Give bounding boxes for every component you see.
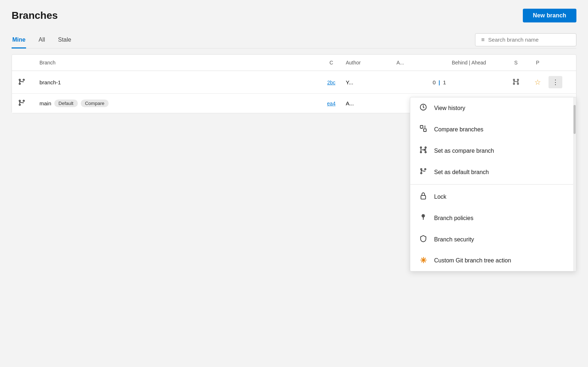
more-button-1[interactable]: ⋮ — [549, 76, 562, 88]
branch-security-icon — [419, 235, 428, 244]
context-menu: View history Compare branches — [410, 97, 576, 271]
svg-point-20 — [425, 147, 427, 148]
svg-point-19 — [420, 147, 422, 148]
search-box: ≡ — [475, 33, 576, 46]
tab-stale[interactable]: Stale — [57, 33, 72, 48]
col-a: A... — [396, 60, 433, 66]
filter-icon: ≡ — [481, 37, 484, 43]
menu-item-set-default[interactable]: Set as default branch — [410, 161, 576, 183]
scrollbar-thumb — [574, 105, 576, 134]
branch-name-1: branch-1 — [39, 79, 317, 85]
branch-icon-1 — [18, 78, 39, 87]
branch-name-2: main Default Compare — [39, 100, 317, 107]
menu-item-view-history[interactable]: View history — [410, 97, 576, 119]
col-p: P — [527, 60, 549, 66]
scrollbar[interactable] — [573, 97, 576, 271]
svg-point-28 — [421, 173, 422, 174]
col-behindahead: Behind | Ahead — [433, 60, 505, 66]
table-header: Branch C Author A... Behind | Ahead S P — [12, 55, 576, 71]
svg-point-12 — [19, 104, 21, 106]
menu-label-custom-action: Custom Git branch tree action — [434, 257, 511, 264]
page-title: Branches — [12, 10, 58, 21]
svg-rect-16 — [424, 129, 426, 131]
tabs-row: Mine All Stale ≡ — [12, 33, 576, 48]
svg-point-1 — [23, 79, 25, 80]
svg-point-6 — [513, 83, 515, 84]
compare-1 — [505, 78, 527, 87]
view-history-icon — [419, 103, 428, 113]
svg-point-5 — [517, 79, 519, 80]
custom-action-icon: ✳ — [419, 256, 428, 265]
menu-label-view-history: View history — [434, 105, 465, 111]
search-input[interactable] — [488, 37, 568, 43]
compare-branches-icon — [419, 125, 428, 134]
svg-point-0 — [19, 79, 21, 80]
col-s: S — [505, 60, 527, 66]
svg-point-21 — [420, 152, 422, 153]
compare-tag: Compare — [81, 100, 109, 107]
commit-1: 2bc — [317, 79, 346, 85]
menu-label-branch-security: Branch security — [434, 236, 474, 243]
new-branch-button[interactable]: New branch — [523, 9, 576, 22]
menu-item-branch-policies[interactable]: Branch policies — [410, 207, 576, 229]
col-actions — [549, 60, 570, 66]
tab-all[interactable]: All — [38, 33, 46, 48]
page-header: Branches New branch — [12, 9, 576, 22]
menu-item-branch-security[interactable]: Branch security — [410, 229, 576, 250]
author-2: A... — [346, 100, 396, 106]
svg-point-27 — [425, 169, 426, 170]
col-icon — [18, 60, 39, 66]
col-branch: Branch — [39, 60, 317, 66]
branch-icon-2 — [18, 99, 39, 108]
set-default-icon — [419, 167, 428, 177]
menu-label-set-default: Set as default branch — [434, 169, 489, 176]
tab-mine[interactable]: Mine — [12, 33, 26, 48]
svg-point-32 — [423, 215, 424, 216]
svg-point-26 — [421, 169, 422, 170]
svg-point-11 — [23, 100, 25, 102]
ahead-behind-1: 0 | 1 — [433, 79, 505, 85]
menu-item-custom-action[interactable]: ✳ Custom Git branch tree action — [410, 250, 576, 271]
menu-item-compare-branches[interactable]: Compare branches — [410, 119, 576, 140]
svg-point-4 — [513, 79, 515, 80]
svg-rect-30 — [421, 195, 426, 199]
tabs-left: Mine All Stale — [12, 33, 72, 48]
branch-policies-icon — [419, 213, 428, 223]
menu-label-branch-policies: Branch policies — [434, 215, 474, 222]
menu-label-compare-branches: Compare branches — [434, 126, 483, 133]
menu-label-lock: Lock — [434, 194, 446, 200]
author-1: Y... — [346, 79, 396, 85]
svg-rect-15 — [420, 126, 423, 128]
star-1[interactable]: ☆ — [527, 78, 549, 87]
commit-2: ea4 — [317, 100, 346, 106]
more-btn-1[interactable]: ⋮ — [549, 76, 570, 88]
col-c: C — [317, 60, 346, 66]
menu-divider — [410, 184, 576, 185]
svg-point-2 — [19, 83, 21, 84]
menu-item-set-compare[interactable]: Set as compare branch — [410, 140, 576, 161]
menu-item-lock[interactable]: Lock — [410, 186, 576, 207]
svg-point-10 — [19, 100, 21, 102]
col-author: Author — [346, 60, 396, 66]
menu-label-set-compare: Set as compare branch — [434, 148, 494, 154]
lock-icon — [419, 192, 428, 202]
svg-point-8 — [517, 83, 519, 84]
default-tag: Default — [54, 100, 78, 107]
svg-point-22 — [425, 152, 427, 153]
table-row: branch-1 2bc Y... 0 | 1 ☆ — [12, 71, 576, 94]
set-compare-icon — [419, 146, 428, 156]
